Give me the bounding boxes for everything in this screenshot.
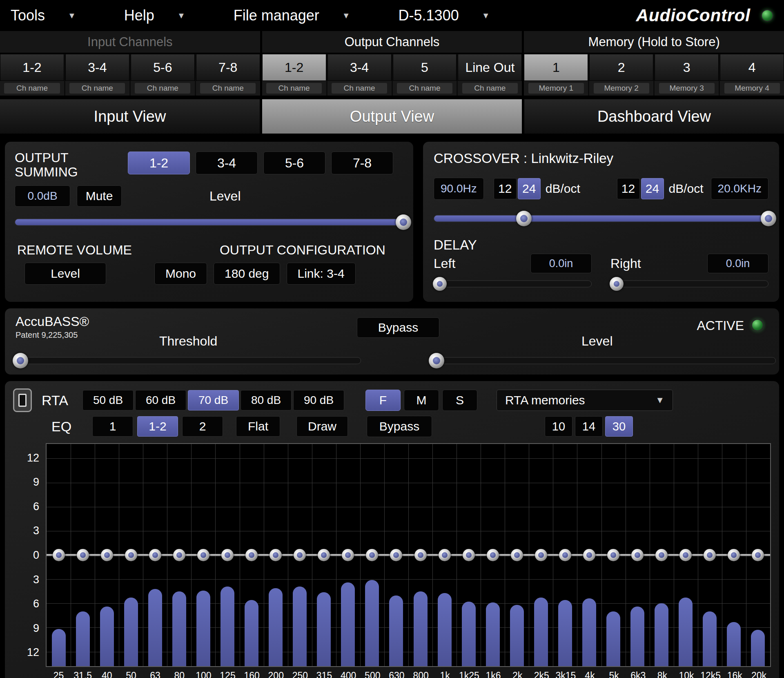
eq-band-handle[interactable] xyxy=(366,549,378,561)
rta-range-50db-button[interactable]: 50 dB xyxy=(82,390,134,410)
eq-draw-button[interactable]: Draw xyxy=(296,416,348,437)
eq-band-handle[interactable] xyxy=(414,549,427,561)
delay-left-knob[interactable] xyxy=(433,277,447,291)
memory-3-name[interactable]: Memory 3 xyxy=(659,83,715,94)
rta-range-80db-button[interactable]: 80 dB xyxy=(241,390,292,410)
summing-pair-5-6-button[interactable]: 5-6 xyxy=(263,152,325,174)
rta-speed-fast-button[interactable]: F xyxy=(365,390,401,411)
hp-slope-12-button[interactable]: 12 xyxy=(494,178,517,199)
delay-right-slider[interactable] xyxy=(610,275,768,293)
summing-gain-value[interactable]: 0.0dB xyxy=(15,185,70,207)
output-channel-3-4[interactable]: 3-4 xyxy=(327,54,392,81)
output-channel-5-name[interactable]: Ch name xyxy=(396,83,453,94)
input-channel-7-8-name[interactable]: Ch name xyxy=(200,83,256,94)
eq-band-handle[interactable] xyxy=(197,549,209,561)
accubass-threshold-knob[interactable] xyxy=(13,353,28,368)
phase-180-button[interactable]: 180 deg xyxy=(214,263,280,285)
eq-band-handle[interactable] xyxy=(559,549,571,561)
menu-tools[interactable]: Tools ▼ xyxy=(11,7,76,24)
summing-pair-3-4-button[interactable]: 3-4 xyxy=(196,152,258,174)
output-channel-line-out-name[interactable]: Ch name xyxy=(462,83,518,94)
eq-band-handle[interactable] xyxy=(270,549,282,561)
tab-input-view[interactable]: Input View xyxy=(0,99,260,134)
phone-device-button[interactable] xyxy=(13,388,32,412)
rta-speed-medium-button[interactable]: M xyxy=(404,390,439,411)
hp-frequency-value[interactable]: 90.0Hz xyxy=(434,178,484,200)
delay-left-slider[interactable] xyxy=(434,275,592,293)
eq-bypass-button[interactable]: Bypass xyxy=(367,416,432,437)
eq-bands-10-button[interactable]: 10 xyxy=(545,416,572,437)
eq-band-handle[interactable] xyxy=(294,549,306,561)
summing-level-knob[interactable] xyxy=(396,214,411,230)
memory-1-button[interactable]: 1 xyxy=(524,54,588,81)
output-channel-3-4-name[interactable]: Ch name xyxy=(331,83,388,94)
eq-plot[interactable] xyxy=(46,443,771,667)
eq-channel-2-button[interactable]: 2 xyxy=(182,416,223,437)
summing-pair-7-8-button[interactable]: 7-8 xyxy=(331,152,393,174)
eq-band-handle[interactable] xyxy=(511,549,523,561)
memory-2-name[interactable]: Memory 2 xyxy=(593,83,650,94)
output-channel-5[interactable]: 5 xyxy=(393,54,457,81)
eq-band-handle[interactable] xyxy=(439,549,451,561)
eq-band-handle[interactable] xyxy=(221,549,234,561)
rta-range-60db-button[interactable]: 60 dB xyxy=(135,390,186,410)
eq-band-handle[interactable] xyxy=(342,549,354,561)
link-3-4-button[interactable]: Link: 3-4 xyxy=(287,263,356,285)
input-channel-1-2[interactable]: 1-2 xyxy=(0,54,64,81)
crossover-slider[interactable] xyxy=(434,209,768,228)
input-channel-7-8[interactable]: 7-8 xyxy=(196,54,260,81)
tab-dashboard-view[interactable]: Dashboard View xyxy=(524,99,784,134)
input-channel-5-6[interactable]: 5-6 xyxy=(131,54,195,81)
eq-band-handle[interactable] xyxy=(487,549,499,561)
eq-band-handle[interactable] xyxy=(173,549,185,561)
eq-band-handle[interactable] xyxy=(728,549,740,561)
lp-slope-24-button[interactable]: 24 xyxy=(641,178,664,199)
crossover-hp-knob[interactable] xyxy=(516,211,532,226)
rta-range-90db-button[interactable]: 90 dB xyxy=(293,390,344,410)
eq-band-handle[interactable] xyxy=(318,549,330,561)
crossover-lp-knob[interactable] xyxy=(761,211,776,226)
eq-band-handle[interactable] xyxy=(679,549,692,561)
eq-band-handle[interactable] xyxy=(53,549,65,561)
menu-help[interactable]: Help ▼ xyxy=(124,7,185,24)
accubass-bypass-button[interactable]: Bypass xyxy=(357,317,439,338)
eq-band-handle[interactable] xyxy=(752,549,764,561)
rta-range-70db-button[interactable]: 70 dB xyxy=(188,390,239,410)
menu-device-select[interactable]: D-5.1300 ▼ xyxy=(399,7,490,24)
eq-band-handle[interactable] xyxy=(463,549,475,561)
eq-band-handle[interactable] xyxy=(655,549,668,561)
rta-speed-slow-button[interactable]: S xyxy=(442,390,477,411)
remote-volume-level-button[interactable]: Level xyxy=(24,263,106,285)
eq-band-handle[interactable] xyxy=(149,549,161,561)
hp-slope-24-button[interactable]: 24 xyxy=(518,178,541,199)
mute-button[interactable]: Mute xyxy=(77,185,122,207)
memory-2-button[interactable]: 2 xyxy=(589,54,653,81)
accubass-level-knob[interactable] xyxy=(429,353,444,368)
input-channel-3-4[interactable]: 3-4 xyxy=(65,54,129,81)
eq-bands-14-button[interactable]: 14 xyxy=(575,416,603,437)
lp-slope-12-button[interactable]: 12 xyxy=(617,178,640,199)
accubass-level-slider[interactable] xyxy=(430,351,776,370)
summing-level-slider[interactable] xyxy=(15,212,403,232)
rta-memories-dropdown[interactable]: RTA memories ▼ xyxy=(497,390,673,411)
memory-4-button[interactable]: 4 xyxy=(720,54,784,81)
eq-bands-30-button[interactable]: 30 xyxy=(605,416,633,437)
input-channel-3-4-name[interactable]: Ch name xyxy=(69,83,125,94)
menu-file-manager[interactable]: File manager ▼ xyxy=(234,7,350,24)
eq-band-handle[interactable] xyxy=(390,549,402,561)
accubass-threshold-slider[interactable] xyxy=(16,351,361,370)
eq-band-handle[interactable] xyxy=(631,549,644,561)
eq-band-handle[interactable] xyxy=(607,549,619,561)
memory-1-name[interactable]: Memory 1 xyxy=(528,83,584,94)
eq-channel-1-button[interactable]: 1 xyxy=(92,416,133,437)
summing-pair-1-2-button[interactable]: 1-2 xyxy=(128,152,190,174)
eq-band-handle[interactable] xyxy=(125,549,137,561)
input-channel-1-2-name[interactable]: Ch name xyxy=(4,83,60,94)
eq-band-handle[interactable] xyxy=(535,549,547,561)
input-channel-5-6-name[interactable]: Ch name xyxy=(134,83,191,94)
memory-3-button[interactable]: 3 xyxy=(655,54,719,81)
eq-band-handle[interactable] xyxy=(704,549,716,561)
output-channel-line-out[interactable]: Line Out xyxy=(458,54,522,81)
eq-band-handle[interactable] xyxy=(101,549,113,561)
delay-right-knob[interactable] xyxy=(610,277,624,291)
